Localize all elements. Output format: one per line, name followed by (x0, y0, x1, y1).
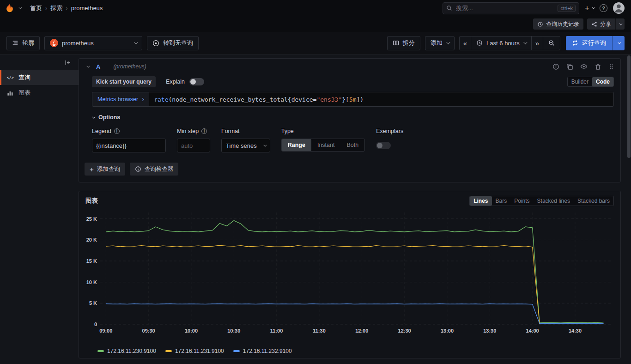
user-avatar[interactable] (613, 2, 625, 14)
time-shift-back-button[interactable]: « (459, 36, 471, 50)
time-picker-group: « Last 6 hours » (459, 36, 560, 50)
secondary-actions-bar: 查询历史记录 分享 (0, 16, 631, 32)
sidebar-item-queries[interactable]: </> 查询 (0, 70, 79, 85)
legend-item[interactable]: 172.16.11.230:9100 (97, 348, 156, 354)
explain-label: Explain (166, 79, 185, 85)
legend-input[interactable] (92, 139, 166, 152)
outline-button[interactable]: 轮廓 (6, 36, 40, 50)
grafana-logo-icon[interactable] (5, 3, 15, 13)
new-menu-button[interactable]: + (585, 4, 594, 13)
plus-icon: + (90, 166, 94, 173)
search-input[interactable] (456, 5, 554, 12)
svg-text:11:00: 11:00 (270, 328, 283, 334)
query-row-header: A (prometheus) (79, 59, 620, 74)
breadcrumb-datasource[interactable]: prometheus (71, 5, 103, 12)
share-button[interactable]: 分享 (587, 18, 615, 30)
split-view-icon (393, 40, 399, 46)
svg-text:10:30: 10:30 (227, 328, 240, 334)
time-range-picker[interactable]: Last 6 hours (471, 36, 532, 50)
graph-panel: 图表 Lines Bars Points Stacked lines Stack… (79, 191, 621, 358)
share-options-caret-button[interactable] (615, 18, 625, 30)
search-box[interactable]: ctrl+k (443, 2, 579, 14)
viz-option-bars[interactable]: Bars (492, 196, 511, 206)
viz-option-stacked-lines[interactable]: Stacked lines (534, 196, 574, 206)
type-option-instant[interactable]: Instant (311, 139, 341, 151)
legend-item[interactable]: 172.16.11.231:9100 (165, 348, 224, 354)
options-collapse-header[interactable]: Options (92, 114, 614, 121)
history-icon (537, 21, 543, 27)
viz-option-points[interactable]: Points (510, 196, 533, 206)
viz-option-lines[interactable]: Lines (470, 196, 491, 206)
exemplars-field: Exemplars (376, 128, 403, 151)
help-icon[interactable]: ? (600, 4, 607, 12)
add-dropdown-button[interactable]: 添加 (425, 36, 455, 50)
svg-text:0: 0 (94, 322, 97, 327)
chevron-down-icon (134, 40, 138, 44)
remove-query-icon[interactable] (595, 63, 601, 70)
promql-expression-input[interactable]: rate(node_network_receive_bytes_total{de… (149, 92, 614, 107)
query-type-selector: Range Instant Both (281, 139, 365, 152)
svg-text:10 K: 10 K (86, 279, 97, 285)
viz-option-stacked-bars[interactable]: Stacked bars (574, 196, 613, 206)
chart-legend: 172.16.11.230:9100172.16.11.231:9100172.… (84, 346, 616, 354)
chevron-right-icon (141, 97, 144, 101)
exemplars-toggle[interactable] (376, 142, 391, 149)
chevron-down-icon (618, 41, 621, 44)
drag-handle-icon[interactable] (608, 63, 614, 70)
query-inspector-button[interactable]: 查询检查器 (130, 163, 179, 176)
type-option-range[interactable]: Range (282, 139, 311, 151)
query-options-section: Options Legendi Min stepi Format (92, 107, 614, 152)
kick-start-query-button[interactable]: Kick start your query (92, 76, 156, 87)
chevron-down-icon (619, 22, 622, 25)
explain-toggle[interactable] (189, 78, 204, 85)
datasource-picker[interactable]: prometheus (44, 36, 142, 50)
query-ref-id: A (96, 63, 100, 70)
min-step-field: Min stepi (177, 128, 210, 152)
query-expression-row: Metrics browser rate(node_network_receiv… (92, 92, 614, 107)
breadcrumb-explore[interactable]: 探索 (50, 4, 62, 12)
collapse-outline-button[interactable] (64, 59, 71, 66)
legend-item[interactable]: 172.16.11.232:9100 (233, 348, 292, 354)
run-query-button[interactable]: 运行查询 (566, 36, 612, 50)
search-shortcut-badge: ctrl+k (558, 5, 576, 12)
plus-icon: + (585, 4, 589, 13)
type-option-both[interactable]: Both (340, 139, 364, 151)
collapse-pane-icon (64, 59, 71, 66)
clock-icon (476, 40, 483, 46)
run-query-caret-button[interactable] (612, 36, 625, 50)
toggle-visibility-icon[interactable] (580, 63, 588, 70)
editor-mode-selector: Builder Code (567, 77, 614, 87)
format-field: Format Time series (221, 128, 270, 152)
format-select[interactable]: Time series (221, 139, 270, 152)
time-shift-forward-button[interactable]: » (531, 36, 543, 50)
metrics-browser-button[interactable]: Metrics browser (92, 92, 149, 107)
breadcrumb-home[interactable]: 首页 (30, 4, 42, 12)
split-button[interactable]: 拆分 (387, 36, 420, 50)
breadcrumb-separator-icon: › (66, 5, 67, 12)
sidebar-item-graph[interactable]: 图表 (0, 85, 79, 100)
min-step-input[interactable] (177, 139, 210, 152)
queryless-button[interactable]: 转到无查询 (147, 36, 199, 50)
zoom-out-button[interactable] (543, 36, 560, 50)
mode-option-builder[interactable]: Builder (568, 77, 592, 86)
info-circle-icon (135, 166, 141, 172)
collapse-query-caret-icon[interactable] (86, 64, 90, 67)
chevron-down-icon (263, 143, 267, 146)
svg-text:13:00: 13:00 (441, 328, 454, 334)
svg-text:15 K: 15 K (86, 258, 97, 264)
org-switcher-caret-icon[interactable] (18, 6, 22, 9)
breadcrumb-separator-icon: › (45, 5, 47, 12)
query-help-icon[interactable] (552, 63, 559, 70)
scrollbar-thumb[interactable] (627, 55, 631, 158)
explore-content: </> 查询 图表 A (prometheus) (0, 55, 631, 364)
time-series-chart[interactable]: 09:0009:3010:0010:3011:0011:3012:0012:30… (84, 208, 615, 345)
query-editor-toolbar: Kick start your query Explain Builder Co… (92, 75, 614, 92)
chevron-down-icon (446, 40, 450, 44)
duplicate-query-icon[interactable] (566, 63, 573, 70)
sync-icon (572, 40, 578, 46)
query-history-button[interactable]: 查询历史记录 (533, 18, 583, 30)
add-query-button[interactable]: + 添加查询 (85, 163, 125, 176)
visualization-selector: Lines Bars Points Stacked lines Stacked … (469, 196, 614, 206)
mode-option-code[interactable]: Code (592, 77, 613, 86)
breadcrumb: 首页 › 探索 › prometheus (30, 4, 103, 12)
